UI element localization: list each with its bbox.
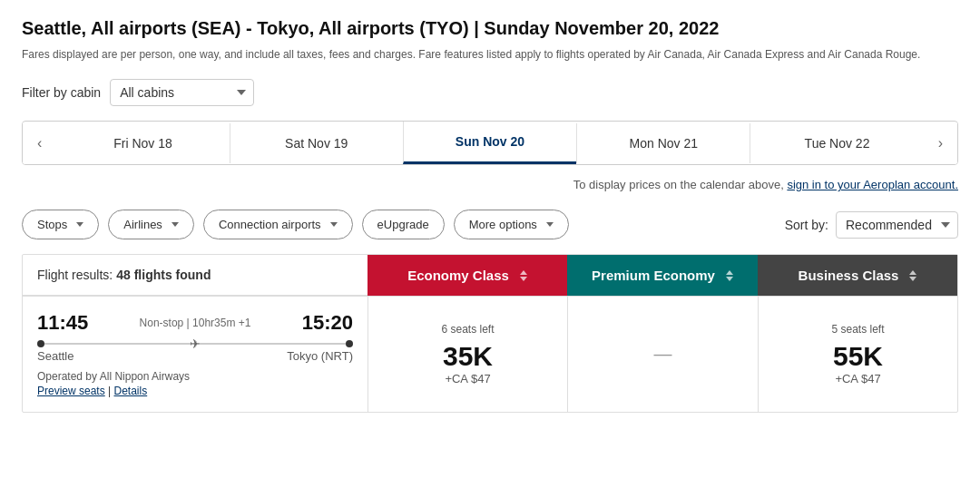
- filter-cabin-label: Filter by cabin: [22, 85, 101, 100]
- more-options-label: More options: [469, 218, 537, 231]
- eupgrade-filter-button[interactable]: eUpgrade: [362, 210, 445, 239]
- economy-class-header[interactable]: Economy Class: [368, 255, 567, 296]
- date-tab-fri-nov18[interactable]: Fri Nov 18: [56, 123, 229, 163]
- preview-seats-link[interactable]: Preview seats: [37, 385, 105, 397]
- premium-sort-icon: [726, 270, 733, 281]
- more-options-chevron-icon: [546, 222, 554, 227]
- premium-economy-label: Premium Economy: [592, 268, 715, 283]
- results-header: Flight results: 48 flights found Economy…: [23, 255, 957, 296]
- results-count-cell: Flight results: 48 flights found: [23, 255, 368, 296]
- economy-sort-icon: [520, 270, 527, 281]
- airlines-filter-button[interactable]: Airlines: [108, 210, 194, 239]
- operated-by: Operated by All Nippon Airways: [37, 370, 353, 383]
- flight-cities: Seattle Tokyo (NRT): [37, 349, 353, 363]
- flight-info-cell: 11:45 Non-stop | 10hr35m +1 15:20 ✈ Seat…: [23, 297, 368, 412]
- dest-dot: [346, 340, 353, 347]
- airlines-filter-label: Airlines: [123, 218, 162, 231]
- page-title: Seattle, All airports (SEA) - Tokyo, All…: [22, 18, 958, 39]
- sort-up-icon: [726, 270, 733, 275]
- stops-chevron-icon: [76, 222, 83, 227]
- premium-economy-fare-cell: —: [567, 297, 758, 412]
- stops-filter-label: Stops: [37, 218, 67, 231]
- sort-label: Sort by:: [785, 218, 828, 232]
- date-tab-sat-nov19[interactable]: Sat Nov 19: [230, 123, 403, 163]
- table-row: 11:45 Non-stop | 10hr35m +1 15:20 ✈ Seat…: [23, 296, 957, 412]
- depart-time: 11:45: [37, 311, 88, 335]
- connection-airports-label: Connection airports: [219, 218, 321, 231]
- plane-icon: ✈: [190, 337, 201, 351]
- results-label: Flight results:: [37, 268, 113, 282]
- subtitle: Fares displayed are per person, one way,…: [22, 46, 958, 63]
- economy-fare-cell[interactable]: 6 seats left 35K +CA $47: [368, 297, 567, 412]
- business-cash-fee: +CA $47: [835, 372, 880, 385]
- flight-line: ✈: [44, 343, 346, 345]
- results-table: Flight results: 48 flights found Economy…: [22, 254, 958, 413]
- details-link[interactable]: Details: [114, 385, 148, 397]
- date-tab-mon-nov21[interactable]: Mon Nov 21: [576, 123, 750, 163]
- sort-down-icon: [726, 277, 733, 281]
- origin-city: Seattle: [37, 349, 74, 363]
- date-tab-tue-nov22[interactable]: Tue Nov 22: [750, 123, 923, 163]
- connection-airports-chevron-icon: [330, 222, 338, 227]
- arrive-time: 15:20: [302, 311, 353, 335]
- filters-bar: Stops Airlines Connection airports eUpgr…: [22, 210, 958, 239]
- results-count: 48 flights found: [116, 268, 211, 282]
- economy-cash-fee: +CA $47: [445, 372, 490, 385]
- route-info: Non-stop | 10hr35m +1: [88, 317, 301, 329]
- eupgrade-label: eUpgrade: [377, 218, 429, 231]
- date-next-button[interactable]: ›: [924, 122, 957, 164]
- date-tab-sun-nov20[interactable]: Sun Nov 20: [403, 122, 576, 164]
- sort-up-icon: [520, 270, 527, 275]
- flight-links: Preview seats | Details: [37, 385, 353, 397]
- filter-cabin-select[interactable]: All cabins Economy Class Premium Economy…: [110, 79, 254, 106]
- sort-down-icon: [520, 277, 527, 281]
- route-text: Non-stop | 10hr35m +1: [95, 317, 294, 329]
- sort-select[interactable]: Recommended Price Duration: [836, 211, 958, 239]
- dest-city: Tokyo (NRT): [287, 349, 353, 363]
- sort-section: Sort by: Recommended Price Duration: [785, 211, 958, 239]
- business-class-label: Business Class: [799, 268, 899, 283]
- connection-airports-filter-button[interactable]: Connection airports: [203, 210, 353, 239]
- business-sort-icon: [909, 270, 916, 281]
- premium-economy-header[interactable]: Premium Economy: [567, 255, 758, 296]
- aeroplan-notice: To display prices on the calendar above,…: [22, 178, 958, 191]
- date-nav: ‹ Fri Nov 18 Sat Nov 19 Sun Nov 20 Mon N…: [22, 121, 958, 165]
- business-points: 55K: [833, 341, 883, 372]
- aeroplan-notice-text: To display prices on the calendar above,: [573, 178, 788, 191]
- aeroplan-signin-link[interactable]: sign in to your Aeroplan account.: [787, 178, 958, 191]
- economy-class-label: Economy Class: [407, 268, 509, 283]
- economy-points: 35K: [443, 341, 493, 372]
- business-class-header[interactable]: Business Class: [758, 255, 957, 296]
- sort-down-icon: [909, 277, 916, 281]
- business-seats-left: 5 seats left: [831, 323, 884, 336]
- business-fare-cell[interactable]: 5 seats left 55K +CA $47: [758, 297, 957, 412]
- premium-dash: —: [654, 344, 672, 365]
- flight-times: 11:45 Non-stop | 10hr35m +1 15:20: [37, 311, 353, 335]
- date-prev-button[interactable]: ‹: [23, 122, 56, 164]
- origin-dot: [37, 340, 44, 347]
- stops-filter-button[interactable]: Stops: [22, 210, 99, 239]
- more-options-filter-button[interactable]: More options: [454, 210, 569, 239]
- airlines-chevron-icon: [172, 222, 179, 227]
- sort-up-icon: [909, 270, 916, 275]
- economy-seats-left: 6 seats left: [441, 323, 494, 336]
